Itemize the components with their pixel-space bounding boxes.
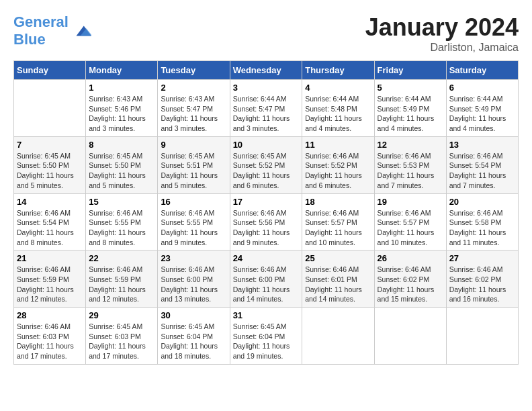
calendar-cell: 17Sunrise: 6:46 AMSunset: 5:56 PMDayligh… — [230, 193, 302, 250]
day-number: 7 — [17, 140, 83, 150]
calendar-cell: 1Sunrise: 6:43 AMSunset: 5:46 PMDaylight… — [86, 80, 158, 137]
day-info: Sunrise: 6:45 AMSunset: 5:50 PMDaylight:… — [89, 151, 154, 191]
logo-icon — [71, 21, 91, 41]
calendar-cell: 4Sunrise: 6:44 AMSunset: 5:48 PMDaylight… — [302, 80, 374, 137]
calendar-cell: 20Sunrise: 6:46 AMSunset: 5:58 PMDayligh… — [446, 193, 518, 250]
day-number: 24 — [233, 253, 300, 263]
day-number: 29 — [89, 310, 154, 320]
day-number: 30 — [161, 310, 226, 320]
column-header-tuesday: Tuesday — [158, 61, 230, 80]
calendar-cell: 12Sunrise: 6:46 AMSunset: 5:53 PMDayligh… — [374, 136, 446, 193]
day-info: Sunrise: 6:46 AMSunset: 5:59 PMDaylight:… — [89, 265, 154, 304]
calendar-table: SundayMondayTuesdayWednesdayThursdayFrid… — [13, 60, 519, 365]
column-header-sunday: Sunday — [14, 61, 86, 80]
day-number: 11 — [305, 140, 371, 150]
calendar-body: 1Sunrise: 6:43 AMSunset: 5:46 PMDaylight… — [14, 80, 519, 365]
day-number: 8 — [89, 140, 154, 150]
calendar-cell: 6Sunrise: 6:44 AMSunset: 5:49 PMDaylight… — [446, 80, 518, 137]
day-number: 6 — [449, 83, 515, 93]
day-info: Sunrise: 6:46 AMSunset: 6:00 PMDaylight:… — [161, 265, 226, 304]
day-number: 15 — [89, 197, 154, 207]
calendar-cell: 7Sunrise: 6:45 AMSunset: 5:50 PMDaylight… — [14, 136, 86, 193]
column-header-saturday: Saturday — [446, 61, 518, 80]
day-info: Sunrise: 6:46 AMSunset: 5:54 PMDaylight:… — [449, 151, 515, 191]
day-number: 16 — [161, 197, 226, 207]
calendar-cell — [302, 308, 374, 365]
day-info: Sunrise: 6:46 AMSunset: 5:58 PMDaylight:… — [449, 208, 515, 248]
calendar-header-row: SundayMondayTuesdayWednesdayThursdayFrid… — [14, 61, 519, 80]
day-info: Sunrise: 6:46 AMSunset: 5:55 PMDaylight:… — [161, 208, 226, 248]
day-info: Sunrise: 6:44 AMSunset: 5:49 PMDaylight:… — [378, 94, 443, 134]
day-info: Sunrise: 6:46 AMSunset: 6:02 PMDaylight:… — [449, 265, 515, 304]
day-info: Sunrise: 6:43 AMSunset: 5:46 PMDaylight:… — [89, 94, 154, 134]
calendar-week-1: 1Sunrise: 6:43 AMSunset: 5:46 PMDaylight… — [14, 80, 519, 137]
day-number: 1 — [89, 83, 154, 93]
column-header-thursday: Thursday — [302, 61, 374, 80]
day-number: 31 — [233, 310, 300, 320]
calendar-cell: 21Sunrise: 6:46 AMSunset: 5:59 PMDayligh… — [14, 250, 86, 308]
day-info: Sunrise: 6:46 AMSunset: 6:03 PMDaylight:… — [17, 322, 83, 361]
day-number: 21 — [17, 253, 83, 263]
calendar-cell: 28Sunrise: 6:46 AMSunset: 6:03 PMDayligh… — [14, 308, 86, 365]
day-number: 20 — [449, 197, 515, 207]
day-info: Sunrise: 6:44 AMSunset: 5:47 PMDaylight:… — [233, 94, 300, 134]
day-info: Sunrise: 6:43 AMSunset: 5:47 PMDaylight:… — [161, 94, 226, 134]
calendar-cell: 8Sunrise: 6:45 AMSunset: 5:50 PMDaylight… — [86, 136, 158, 193]
calendar-week-3: 14Sunrise: 6:46 AMSunset: 5:54 PMDayligh… — [14, 193, 519, 250]
calendar-cell: 10Sunrise: 6:45 AMSunset: 5:52 PMDayligh… — [230, 136, 302, 193]
day-number: 13 — [449, 140, 515, 150]
page-header: General Blue January 2024 Darliston, Jam… — [13, 13, 519, 54]
day-info: Sunrise: 6:46 AMSunset: 5:56 PMDaylight:… — [233, 208, 300, 248]
calendar-week-2: 7Sunrise: 6:45 AMSunset: 5:50 PMDaylight… — [14, 136, 519, 193]
calendar-cell: 18Sunrise: 6:46 AMSunset: 5:57 PMDayligh… — [302, 193, 374, 250]
day-info: Sunrise: 6:45 AMSunset: 5:50 PMDaylight:… — [17, 151, 83, 191]
calendar-week-5: 28Sunrise: 6:46 AMSunset: 6:03 PMDayligh… — [14, 308, 519, 365]
day-info: Sunrise: 6:46 AMSunset: 6:02 PMDaylight:… — [378, 265, 443, 304]
day-number: 4 — [305, 83, 371, 93]
title-block: January 2024 Darliston, Jamaica — [365, 13, 519, 54]
column-header-friday: Friday — [374, 61, 446, 80]
day-info: Sunrise: 6:45 AMSunset: 6:03 PMDaylight:… — [89, 322, 154, 361]
calendar-cell: 30Sunrise: 6:45 AMSunset: 6:04 PMDayligh… — [158, 308, 230, 365]
day-number: 14 — [17, 197, 83, 207]
day-info: Sunrise: 6:46 AMSunset: 5:53 PMDaylight:… — [378, 151, 443, 191]
logo-text: General Blue — [13, 13, 69, 48]
day-number: 28 — [17, 310, 83, 320]
calendar-cell: 31Sunrise: 6:45 AMSunset: 6:04 PMDayligh… — [230, 308, 302, 365]
calendar-cell — [14, 80, 86, 137]
calendar-cell: 14Sunrise: 6:46 AMSunset: 5:54 PMDayligh… — [14, 193, 86, 250]
day-number: 10 — [233, 140, 300, 150]
location-title: Darliston, Jamaica — [365, 42, 519, 54]
calendar-cell — [374, 308, 446, 365]
calendar-cell: 23Sunrise: 6:46 AMSunset: 6:00 PMDayligh… — [158, 250, 230, 308]
calendar-cell: 26Sunrise: 6:46 AMSunset: 6:02 PMDayligh… — [374, 250, 446, 308]
calendar-week-4: 21Sunrise: 6:46 AMSunset: 5:59 PMDayligh… — [14, 250, 519, 308]
month-title: January 2024 — [365, 13, 519, 42]
column-header-monday: Monday — [86, 61, 158, 80]
logo: General Blue — [13, 13, 91, 48]
day-info: Sunrise: 6:46 AMSunset: 5:52 PMDaylight:… — [305, 151, 371, 191]
day-info: Sunrise: 6:46 AMSunset: 5:59 PMDaylight:… — [17, 265, 83, 304]
calendar-cell: 19Sunrise: 6:46 AMSunset: 5:57 PMDayligh… — [374, 193, 446, 250]
calendar-cell: 13Sunrise: 6:46 AMSunset: 5:54 PMDayligh… — [446, 136, 518, 193]
calendar-cell: 25Sunrise: 6:46 AMSunset: 6:01 PMDayligh… — [302, 250, 374, 308]
day-info: Sunrise: 6:45 AMSunset: 6:04 PMDaylight:… — [161, 322, 226, 361]
day-number: 2 — [161, 83, 226, 93]
day-info: Sunrise: 6:46 AMSunset: 5:57 PMDaylight:… — [305, 208, 371, 248]
calendar-cell — [446, 308, 518, 365]
calendar-cell: 16Sunrise: 6:46 AMSunset: 5:55 PMDayligh… — [158, 193, 230, 250]
day-info: Sunrise: 6:46 AMSunset: 5:57 PMDaylight:… — [378, 208, 443, 248]
calendar-cell: 27Sunrise: 6:46 AMSunset: 6:02 PMDayligh… — [446, 250, 518, 308]
calendar-cell: 22Sunrise: 6:46 AMSunset: 5:59 PMDayligh… — [86, 250, 158, 308]
day-info: Sunrise: 6:46 AMSunset: 5:54 PMDaylight:… — [17, 208, 83, 248]
day-info: Sunrise: 6:46 AMSunset: 5:55 PMDaylight:… — [89, 208, 154, 248]
day-number: 5 — [378, 83, 443, 93]
day-number: 9 — [161, 140, 226, 150]
day-info: Sunrise: 6:46 AMSunset: 6:00 PMDaylight:… — [233, 265, 300, 304]
calendar-cell: 3Sunrise: 6:44 AMSunset: 5:47 PMDaylight… — [230, 80, 302, 137]
day-number: 19 — [378, 197, 443, 207]
day-info: Sunrise: 6:44 AMSunset: 5:48 PMDaylight:… — [305, 94, 371, 134]
day-info: Sunrise: 6:45 AMSunset: 5:52 PMDaylight:… — [233, 151, 300, 191]
day-number: 25 — [305, 253, 371, 263]
day-number: 3 — [233, 83, 300, 93]
